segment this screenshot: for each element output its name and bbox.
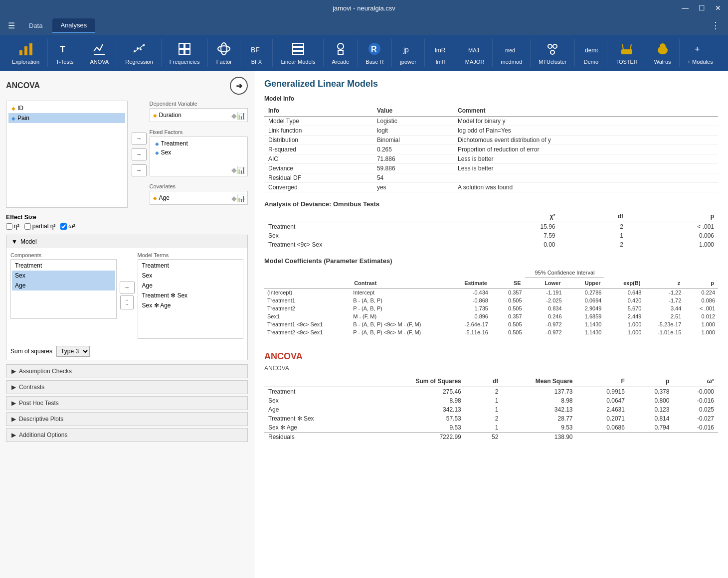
maximize-button[interactable]: ☐	[696, 3, 708, 13]
post-hoc-header[interactable]: ▶ Post Hoc Tests	[6, 397, 247, 410]
add-model-term-button[interactable]: →	[120, 282, 135, 293]
comp-treatment[interactable]: Treatment	[12, 261, 115, 271]
partial-eta2-option[interactable]: partial η²	[24, 223, 56, 230]
fixed-sex: ◆ Sex	[153, 148, 245, 157]
omega2-option[interactable]: ω²	[60, 223, 75, 230]
toolbar-frequencies[interactable]: Frequencies	[162, 39, 208, 67]
more-options[interactable]: ⋮	[707, 18, 724, 33]
toolbar-anova-label: ANOVA	[90, 59, 109, 65]
coeff-cell-5-5: 1.1430	[565, 328, 605, 336]
additional-options-header[interactable]: ▶ Additional Options	[6, 429, 247, 441]
covariates-field[interactable]: ◆ Age ◆📊	[150, 191, 248, 205]
toolbar-regression[interactable]: Regression	[117, 39, 162, 67]
var-id[interactable]: ◆ ID	[8, 103, 125, 113]
toolbar-ttests[interactable]: T T-Tests	[48, 39, 82, 67]
ancova-cell-5-3: 138.90	[502, 433, 576, 442]
minimize-button[interactable]: —	[679, 3, 692, 13]
toolbar-anova[interactable]: ANOVA	[82, 39, 118, 67]
coeff-cell-3-8: 0.012	[684, 312, 718, 320]
toolbar-modules-label: + Modules	[688, 59, 713, 65]
close-button[interactable]: ✕	[712, 3, 724, 13]
window-controls[interactable]: — ☐ ✕	[679, 3, 724, 13]
medmod-icon: med	[504, 41, 520, 57]
toolbar-factor[interactable]: Factor	[208, 39, 240, 67]
right-inputs: Dependent Variable ◆ Duration ◆📊 Fixed F…	[150, 101, 248, 208]
coeff-cell-4-7: -5.23e-17	[644, 320, 684, 328]
dep-var-field[interactable]: ◆ Duration ◆📊	[150, 108, 248, 122]
svg-point-7	[140, 48, 142, 50]
dep-var-icon: ◆	[153, 113, 157, 118]
add-model-term-double-button[interactable]: → →	[120, 295, 134, 309]
hamburger-menu[interactable]: ☰	[4, 19, 19, 32]
toolbar-demo[interactable]: demo Demo	[575, 39, 607, 67]
toolbar-mtucluster[interactable]: MTUcluster	[531, 39, 575, 67]
coeff-cell-2-5: 2.9049	[565, 304, 605, 312]
svg-rect-2	[29, 43, 32, 55]
toolbar-major[interactable]: MAJ MAJOR	[457, 39, 493, 67]
var-pain-icon: ◆	[11, 116, 15, 121]
run-button[interactable]: ➜	[230, 77, 248, 95]
ancova-cell-1-1: 8.98	[383, 396, 465, 405]
toolbar-modules[interactable]: + + Modules	[680, 39, 721, 67]
comp-age[interactable]: Age	[12, 281, 115, 290]
coeff-cell-0-7: -1.22	[644, 289, 684, 297]
deviance-cell-0-0: Treatment	[264, 222, 469, 232]
additional-options-arrow: ▶	[11, 432, 16, 438]
toolbar-toster[interactable]: TOSTER	[607, 39, 646, 67]
partial-eta2-checkbox[interactable]	[24, 223, 31, 230]
coeff-cell-1-3: 0.505	[491, 296, 525, 304]
toolbar-exploration[interactable]: Exploration	[4, 39, 48, 67]
mtucluster-icon	[545, 41, 560, 57]
eta2-checkbox[interactable]	[6, 223, 12, 230]
model-info-cell-7-2: A solution was found	[454, 183, 718, 192]
model-info-body: Model TypeLogisticModel for binary yLink…	[264, 117, 718, 192]
model-header[interactable]: ▼ Model	[6, 235, 247, 248]
fixed-factors-field[interactable]: ◆ Treatment ◆ Sex ◆📊	[150, 137, 248, 176]
var-pain[interactable]: ◆ Pain	[8, 113, 125, 123]
assumption-checks-header[interactable]: ▶ Assumption Checks	[6, 365, 247, 378]
anc-col-5: p	[629, 376, 674, 387]
coeff-cell-3-7: 2.51	[644, 312, 684, 320]
toolbar-medmod[interactable]: med medmod	[493, 39, 531, 67]
model-info-cell-3-1: 0.265	[373, 145, 454, 154]
treatment-icon: ◆	[155, 141, 159, 146]
dep-var-arrow[interactable]: →	[132, 133, 147, 144]
svg-text:jp: jp	[403, 46, 409, 54]
anc-col-1: Sum of Squares	[383, 376, 465, 387]
ancova-cell-0-0: Treatment	[264, 387, 383, 397]
toolbar-lmr[interactable]: lmR lmR	[425, 39, 457, 67]
toolbar-arcade[interactable]: Arcade	[324, 39, 358, 67]
model-info-row: ConvergedyesA solution was found	[264, 183, 718, 192]
coeff-cell-1-5: 0.0694	[565, 296, 605, 304]
fixed-factors-arrow[interactable]: →	[132, 148, 147, 160]
coeff-col-1: Contrast	[350, 278, 448, 289]
svg-point-20	[338, 43, 344, 49]
model-info-cell-0-2: Model for binary y	[454, 117, 718, 126]
toolbar-jpower[interactable]: jp jpower	[392, 39, 424, 67]
eta2-option[interactable]: η²	[6, 223, 19, 230]
coeff-col-5: Upper	[565, 278, 605, 289]
ancova-subtitle: ANCOVA	[264, 365, 718, 372]
deviance-cell-0-2: 2	[559, 222, 628, 232]
svg-rect-19	[293, 51, 304, 54]
covariates-arrow[interactable]: →	[132, 164, 147, 176]
additional-options-label: Additional Options	[19, 432, 67, 438]
toolbar-lmr-label: lmR	[436, 59, 446, 65]
toolbar-linear-models[interactable]: Linear Models	[273, 39, 324, 67]
descriptive-plots-header[interactable]: ▶ Descriptive Plots	[6, 413, 247, 426]
omega2-checkbox[interactable]	[60, 223, 67, 230]
toolbar-walrus[interactable]: Walrus	[646, 39, 680, 67]
toolbar-bfx[interactable]: BF BFX	[240, 39, 273, 67]
sum-squares-select[interactable]: Type 3 Type 1 Type 2	[56, 346, 90, 357]
toolbar-arcade-label: Arcade	[332, 59, 349, 65]
toolbar-base-r[interactable]: R Base R	[358, 39, 392, 67]
tab-data[interactable]: Data	[21, 19, 50, 32]
model-info-cell-7-1: yes	[373, 183, 454, 192]
comp-sex[interactable]: Sex	[12, 271, 115, 281]
coeff-row: Treatment1 <9c> Sex1B - (A, B, P) <9c> M…	[264, 320, 718, 328]
tab-analyses[interactable]: Analyses	[52, 18, 95, 33]
fixed-factors-icons: ◆📊	[231, 166, 245, 174]
contrasts-header[interactable]: ▶ Contrasts	[6, 381, 247, 394]
model-info-col-info: Info	[264, 105, 373, 117]
assumption-checks-section: ▶ Assumption Checks	[6, 364, 248, 378]
